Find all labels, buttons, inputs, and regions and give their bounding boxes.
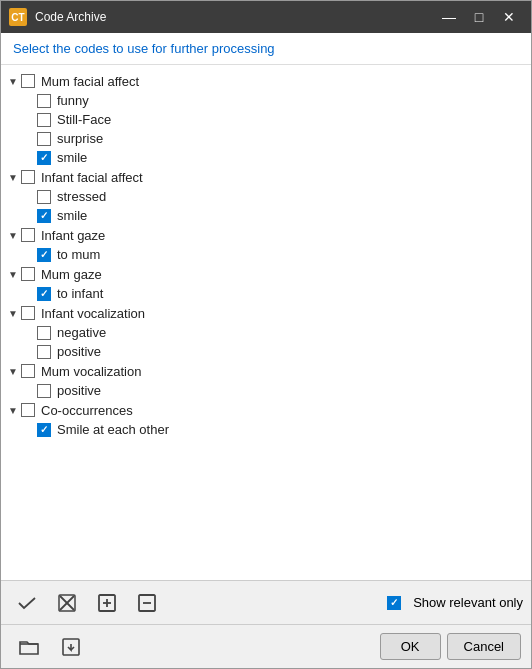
checkbox-positive-mum[interactable] [37,384,51,398]
item-positive-mum[interactable]: positive [17,381,531,400]
label-infant-vocalization: Infant vocalization [41,306,145,321]
main-window: CT Code Archive — □ ✕ Select the codes t… [0,0,532,669]
show-relevant-container: Show relevant only [387,595,523,610]
category-mum-gaze[interactable]: ▼Mum gaze [1,264,531,284]
bottom-left-buttons [11,631,374,663]
item-smile-infant[interactable]: smile [17,206,531,225]
label-mum-facial-affect: Mum facial affect [41,74,139,89]
label-positive-infant: positive [57,344,101,359]
label-infant-facial-affect: Infant facial affect [41,170,143,185]
title-bar: CT Code Archive — □ ✕ [1,1,531,33]
maximize-button[interactable]: □ [465,7,493,27]
checkbox-infant-vocalization[interactable] [21,306,35,320]
checkbox-funny[interactable] [37,94,51,108]
label-smile-infant: smile [57,208,87,223]
ok-button[interactable]: OK [380,633,441,660]
checkbox-negative[interactable] [37,326,51,340]
item-negative[interactable]: negative [17,323,531,342]
label-co-occurrences: Co-occurrences [41,403,133,418]
checkbox-co-occurrences[interactable] [21,403,35,417]
window-controls: — □ ✕ [435,7,523,27]
checkbox-infant-gaze[interactable] [21,228,35,242]
category-mum-vocalization[interactable]: ▼Mum vocalization [1,361,531,381]
label-surprise: surprise [57,131,103,146]
item-to-infant[interactable]: to infant [17,284,531,303]
toolbar: Show relevant only [1,580,531,624]
checkbox-to-mum[interactable] [37,248,51,262]
item-stressed[interactable]: stressed [17,187,531,206]
instruction-bar: Select the codes to use for further proc… [1,33,531,65]
uncheck-all-button[interactable] [49,587,85,619]
show-relevant-label: Show relevant only [413,595,523,610]
open-folder-button[interactable] [11,631,47,663]
item-surprise[interactable]: surprise [17,129,531,148]
save-button[interactable] [53,631,89,663]
minimize-button[interactable]: — [435,7,463,27]
app-icon: CT [9,8,27,26]
checkbox-mum-vocalization[interactable] [21,364,35,378]
item-still-face[interactable]: Still-Face [17,110,531,129]
checkbox-smile-at-each-other[interactable] [37,423,51,437]
show-relevant-checkbox[interactable] [387,596,401,610]
checkbox-surprise[interactable] [37,132,51,146]
expand-arrow-icon: ▼ [5,402,21,418]
label-still-face: Still-Face [57,112,111,127]
label-positive-mum: positive [57,383,101,398]
checkbox-still-face[interactable] [37,113,51,127]
expand-arrow-icon: ▼ [5,169,21,185]
category-infant-gaze[interactable]: ▼Infant gaze [1,225,531,245]
checkbox-mum-gaze[interactable] [21,267,35,281]
expand-arrow-icon: ▼ [5,266,21,282]
instruction-text: Select the codes to use for further proc… [13,41,275,56]
expand-all-button[interactable] [89,587,125,619]
checkbox-to-infant[interactable] [37,287,51,301]
label-mum-gaze: Mum gaze [41,267,102,282]
checkbox-stressed[interactable] [37,190,51,204]
bottom-bar: OK Cancel [1,624,531,668]
label-stressed: stressed [57,189,106,204]
close-button[interactable]: ✕ [495,7,523,27]
checkbox-smile-mum[interactable] [37,151,51,165]
category-infant-facial-affect[interactable]: ▼Infant facial affect [1,167,531,187]
label-mum-vocalization: Mum vocalization [41,364,141,379]
check-all-button[interactable] [9,587,45,619]
expand-arrow-icon: ▼ [5,73,21,89]
checkbox-mum-facial-affect[interactable] [21,74,35,88]
item-positive-infant[interactable]: positive [17,342,531,361]
window-title: Code Archive [35,10,435,24]
label-to-mum: to mum [57,247,100,262]
item-smile-at-each-other[interactable]: Smile at each other [17,420,531,439]
item-to-mum[interactable]: to mum [17,245,531,264]
label-to-infant: to infant [57,286,103,301]
item-smile-mum[interactable]: smile [17,148,531,167]
expand-arrow-icon: ▼ [5,363,21,379]
label-negative: negative [57,325,106,340]
checkbox-infant-facial-affect[interactable] [21,170,35,184]
collapse-all-button[interactable] [129,587,165,619]
category-infant-vocalization[interactable]: ▼Infant vocalization [1,303,531,323]
label-funny: funny [57,93,89,108]
category-co-occurrences[interactable]: ▼Co-occurrences [1,400,531,420]
expand-arrow-icon: ▼ [5,227,21,243]
item-funny[interactable]: funny [17,91,531,110]
tree-content: ▼Mum facial affectfunnyStill-Facesurpris… [1,65,531,580]
label-smile-at-each-other: Smile at each other [57,422,169,437]
label-infant-gaze: Infant gaze [41,228,105,243]
expand-arrow-icon: ▼ [5,305,21,321]
checkbox-positive-infant[interactable] [37,345,51,359]
cancel-button[interactable]: Cancel [447,633,521,660]
category-mum-facial-affect[interactable]: ▼Mum facial affect [1,71,531,91]
label-smile-mum: smile [57,150,87,165]
checkbox-smile-infant[interactable] [37,209,51,223]
